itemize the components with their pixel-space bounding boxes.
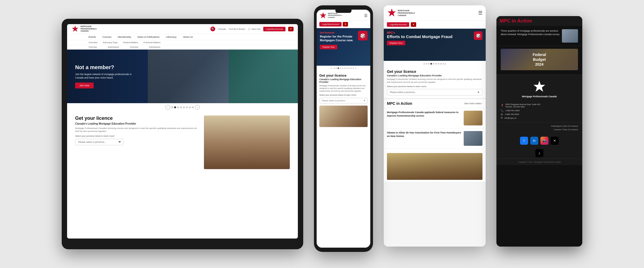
hero-dot-7[interactable] — [189, 106, 191, 108]
mobile-hero-title: Register for the Private Mortgages Cours… — [320, 35, 355, 42]
panel-register-button[interactable]: Register Now — [387, 41, 405, 45]
dark-star-icon — [533, 80, 546, 94]
mobile-dot-2[interactable] — [335, 68, 337, 69]
mobile-logo-icon — [319, 12, 327, 19]
mobile-next-arrow[interactable]: › — [356, 67, 356, 70]
mobile-dot-7[interactable] — [346, 68, 347, 69]
subnav-federal[interactable]: Federal Matters — [123, 41, 138, 44]
subnav-overview[interactable]: Overview — [89, 41, 97, 44]
dark-article-1-text: Three quarters of mortgage professionals… — [501, 29, 560, 36]
login-dropdown-arrow[interactable]: ▼ — [288, 27, 294, 31]
panel-dot-8[interactable] — [442, 63, 444, 65]
hamburger-icon[interactable]: ☰ — [364, 13, 368, 18]
mobile-logo-text: MORTGAGEPROFESSIONALSCANADA — [328, 13, 342, 18]
participant-code-link[interactable]: Participant Code of Conduct — [501, 125, 578, 127]
nav-advocacy[interactable]: Advocacy — [166, 36, 177, 38]
panel-prev-arrow[interactable]: ‹ — [424, 62, 425, 66]
see-more-news-link[interactable]: See more news › — [464, 102, 482, 105]
cart-link[interactable]: 🛒 View Cart — [248, 28, 261, 30]
facebook-button[interactable]: f — [520, 137, 528, 145]
nav-about[interactable]: About Us — [183, 36, 193, 38]
panel-topbar: MORTGAGEPROFESSIONALSCANADA ☰ — [384, 5, 486, 21]
mobile-dot-10[interactable] — [353, 68, 354, 69]
dark-article-2[interactable]: Federal Budget 2024 — [496, 46, 582, 75]
mpc-action-header: MPC in Action See more news › — [384, 99, 486, 108]
province-select[interactable]: Please select a province... Alberta Brit… — [75, 139, 123, 145]
hero-dot-4[interactable] — [180, 106, 182, 108]
dark-article-1[interactable]: Three quarters of mortgage professionals… — [496, 26, 582, 46]
panel-dot-3[interactable] — [430, 63, 432, 65]
mobile-dot-4[interactable] — [340, 68, 341, 69]
logo-star-icon — [71, 25, 79, 33]
mobile-prev-arrow[interactable]: ‹ — [331, 67, 331, 70]
panel-dot-7[interactable] — [440, 63, 442, 65]
mobile-dot-1[interactable] — [333, 68, 335, 69]
instagram-button[interactable]: 📷 — [540, 137, 548, 145]
panel-dot-5[interactable] — [435, 63, 437, 65]
hero-join-button[interactable]: Join Now — [75, 83, 94, 88]
photo-people-overlay — [204, 116, 290, 169]
mobile-licence-section: Get your licence Canada's Leading Mortga… — [319, 73, 368, 127]
panel-photo-overlay — [387, 153, 482, 180]
nav-membership[interactable]: Membership — [118, 36, 131, 38]
panel-dot-2[interactable] — [428, 63, 430, 65]
mobile-dot-9[interactable] — [350, 68, 352, 69]
panel-province-select[interactable]: Please select a province... Alberta Brit… — [387, 89, 482, 95]
panel-logo-area: MORTGAGEPROFESSIONALSCANADA — [387, 8, 415, 18]
email-icon: ✉ — [501, 117, 503, 119]
nav-news[interactable]: News & Publications — [138, 36, 160, 38]
nav-events[interactable]: Events — [89, 36, 96, 38]
panel-next-arrow[interactable]: › — [445, 62, 446, 66]
hero-dot-2[interactable] — [174, 106, 176, 108]
mobile-login-arrow[interactable]: ▼ — [343, 22, 348, 27]
hero-prev-arrow[interactable]: ‹ — [165, 105, 170, 110]
hero-dot-5[interactable] — [183, 106, 185, 108]
panel-select-label: Select your province below to learn more… — [387, 85, 482, 88]
find-broker-link[interactable]: Find Me A Broker — [229, 28, 245, 30]
search-icon[interactable]: 🔍 — [210, 27, 215, 31]
mobile-dot-6[interactable] — [344, 68, 345, 69]
mobile-dot-3[interactable] — [338, 68, 339, 69]
panel-dot-1[interactable] — [426, 63, 427, 65]
hero-next-arrow[interactable]: › — [195, 105, 200, 110]
hero-dot-3[interactable] — [177, 106, 179, 108]
subnav-advocacy-days[interactable]: Advocacy Days — [103, 41, 118, 44]
panel-dot-6[interactable] — [438, 63, 439, 65]
mobile-scroll-area[interactable]: Get your licence Canada's Leading Mortga… — [317, 71, 370, 248]
subnav-provincial[interactable]: Provincial Matters — [144, 41, 161, 44]
twitter-button[interactable]: ✕ — [551, 137, 559, 145]
hero-content: Not a member? Join the largest network o… — [67, 59, 142, 94]
mobile-logo-area: MORTGAGEPROFESSIONALSCANADA — [319, 12, 342, 19]
panel-hero: MPC's Efforts to Combat Mortgage Fraud R… — [384, 29, 486, 61]
dark-links-area: Participant Code of Conduct Learner Code… — [496, 122, 582, 134]
mobile-login-button[interactable]: Login/My Account — [319, 22, 342, 27]
panel-licence-subtitle: Canada's Leading Mortgage Education Prov… — [387, 74, 482, 77]
nav-courses[interactable]: Courses — [103, 36, 112, 38]
subnav2-submissions-right[interactable]: Submissions — [149, 46, 160, 48]
mobile-login-bar: Login/My Account ▼ — [317, 21, 370, 28]
desktop-hero: Not a member? Join the largest network o… — [67, 50, 298, 103]
tiktok-button[interactable]: ♪ — [535, 149, 543, 157]
panel-dot-4[interactable] — [433, 63, 434, 65]
subnav2-submissions-left[interactable]: Submissions — [108, 46, 119, 48]
subnav2-overview-left[interactable]: Overview — [89, 46, 97, 48]
panel-article-2[interactable]: Ottawa to Allow 30-Year Amortization for… — [384, 128, 486, 149]
panel-login-arrow[interactable]: ▼ — [411, 22, 416, 27]
mobile-register-button[interactable]: Register Now — [320, 45, 337, 49]
linkedin-button[interactable]: in — [530, 137, 538, 145]
mobile-dot-5[interactable] — [342, 68, 343, 69]
topbar-right: 🔍 Français Find Me A Broker 🛒 View Cart … — [210, 27, 294, 31]
subnav2-overview-right[interactable]: Overview — [130, 46, 138, 48]
login-button[interactable]: Login/My Account — [263, 27, 286, 31]
learner-code-link[interactable]: Learner Code of Conduct — [501, 128, 578, 131]
dark-panel-scroll[interactable]: Three quarters of mortgage professionals… — [496, 26, 582, 247]
mobile-dot-8[interactable] — [348, 68, 350, 69]
langue-link[interactable]: Français — [218, 28, 226, 30]
hero-dot-8[interactable] — [192, 106, 194, 108]
hero-dot-1[interactable] — [171, 106, 173, 108]
hero-dot-6[interactable] — [186, 106, 188, 108]
panel-article-1[interactable]: Mortgage Professionals Canada applauds f… — [384, 108, 486, 128]
panel-login-button[interactable]: Login/My Account — [387, 22, 409, 27]
panel-hamburger-icon[interactable]: ☰ — [478, 10, 482, 16]
mobile-province-select[interactable]: Please select a province... Alberta Brit… — [319, 98, 368, 103]
